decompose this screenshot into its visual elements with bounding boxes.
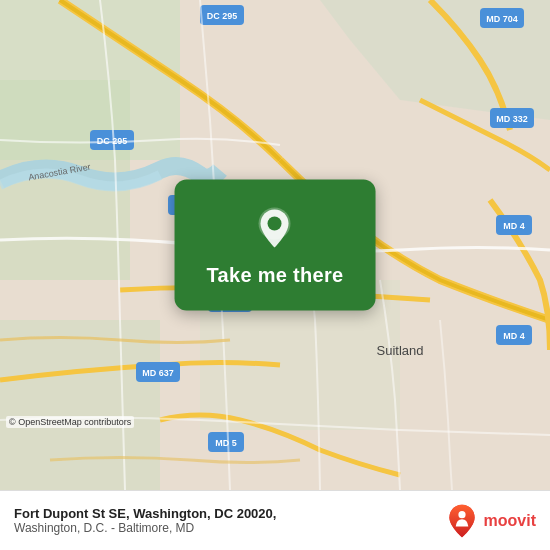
svg-text:MD 4: MD 4	[503, 331, 525, 341]
svg-text:MD 704: MD 704	[486, 14, 518, 24]
svg-text:MD 637: MD 637	[142, 368, 174, 378]
osm-attribution: © OpenStreetMap contributors	[6, 416, 134, 428]
location-card[interactable]: Take me there	[175, 180, 376, 311]
moovit-logo: moovit	[444, 503, 536, 539]
address-line2: Washington, D.C. - Baltimore, MD	[14, 521, 276, 535]
map-container: DC 295 DC 295 DC 295 MD 704 MD 332 MD 4 …	[0, 0, 550, 490]
svg-text:MD 5: MD 5	[215, 438, 237, 448]
pin-icon	[251, 204, 299, 252]
address-line1: Fort Dupont St SE, Washington, DC 20020,	[14, 506, 276, 521]
bottom-bar: Fort Dupont St SE, Washington, DC 20020,…	[0, 490, 550, 550]
svg-point-29	[268, 217, 282, 231]
svg-text:DC 295: DC 295	[207, 11, 238, 21]
address-info: Fort Dupont St SE, Washington, DC 20020,…	[14, 506, 276, 535]
svg-point-30	[458, 511, 465, 518]
svg-text:MD 4: MD 4	[503, 221, 525, 231]
svg-text:MD 332: MD 332	[496, 114, 528, 124]
take-me-there-button[interactable]: Take me there	[207, 264, 344, 287]
svg-rect-5	[0, 320, 160, 490]
svg-text:Suitland: Suitland	[377, 343, 424, 358]
moovit-icon	[444, 503, 480, 539]
moovit-text: moovit	[484, 512, 536, 530]
